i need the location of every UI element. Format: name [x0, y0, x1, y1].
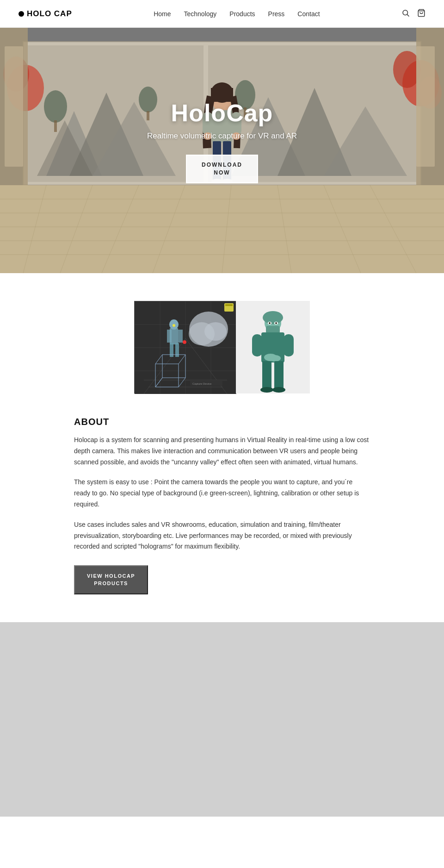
navbar: HOLO CAP Home Technology Products Press … — [0, 0, 444, 28]
nav-contact[interactable]: Contact — [297, 10, 320, 18]
download-button[interactable]: DOWNLOADNOW — [186, 155, 258, 183]
hero-section: HoloCap Realtime volumetric capture for … — [0, 28, 444, 273]
svg-text:Capture Device: Capture Device — [192, 382, 212, 385]
svg-point-100 — [270, 355, 281, 362]
scan-svg: Capture Device — [135, 301, 236, 394]
nav-links: Home Technology Products Press Contact — [154, 10, 320, 18]
about-section: Capture Device — [0, 273, 444, 622]
svg-point-90 — [263, 311, 283, 324]
gray-section — [0, 622, 444, 817]
svg-rect-97 — [252, 334, 262, 356]
cart-icon[interactable] — [417, 9, 426, 19]
about-images: Capture Device — [37, 301, 407, 393]
svg-rect-101 — [262, 361, 271, 389]
svg-point-76 — [204, 322, 227, 341]
about-heading: ABOUT — [74, 417, 370, 427]
nav-technology[interactable]: Technology — [184, 10, 216, 18]
svg-point-72 — [173, 324, 175, 327]
logo[interactable]: HOLO CAP — [18, 9, 72, 19]
svg-point-95 — [275, 322, 277, 324]
svg-rect-69 — [178, 330, 183, 343]
svg-rect-68 — [167, 330, 172, 343]
svg-point-103 — [260, 387, 273, 393]
svg-rect-102 — [274, 361, 284, 389]
scan-software-image: Capture Device — [134, 301, 236, 393]
svg-point-0 — [403, 10, 408, 15]
search-icon[interactable] — [401, 9, 410, 19]
about-para-1: Holocap is a system for scanning and pre… — [74, 435, 370, 468]
svg-rect-85 — [225, 304, 233, 306]
svg-point-73 — [183, 340, 186, 344]
svg-rect-98 — [284, 334, 294, 356]
hero-content: HoloCap Realtime volumetric capture for … — [0, 28, 444, 273]
surgeon-image — [236, 301, 310, 393]
about-text: ABOUT Holocap is a system for scanning a… — [74, 417, 370, 594]
nav-home[interactable]: Home — [154, 10, 171, 18]
svg-line-1 — [407, 14, 409, 16]
view-products-button[interactable]: VIEW HOLOCAPPRODUCTS — [74, 565, 148, 594]
logo-text: HOLO CAP — [27, 9, 72, 19]
surgeon-svg — [236, 301, 310, 393]
logo-dot — [18, 11, 24, 17]
hero-subtitle: Realtime volumetric capture for VR and A… — [147, 131, 297, 141]
nav-icons — [401, 9, 426, 19]
nav-press[interactable]: Press — [268, 10, 285, 18]
about-para-3: Use cases includes sales and VR showroom… — [74, 519, 370, 552]
hero-title: HoloCap — [171, 99, 273, 127]
svg-rect-91 — [266, 326, 280, 333]
svg-point-94 — [269, 322, 271, 324]
svg-point-104 — [272, 387, 285, 393]
about-para-2: The system is easy to use : Point the ca… — [74, 477, 370, 510]
nav-products[interactable]: Products — [229, 10, 255, 18]
